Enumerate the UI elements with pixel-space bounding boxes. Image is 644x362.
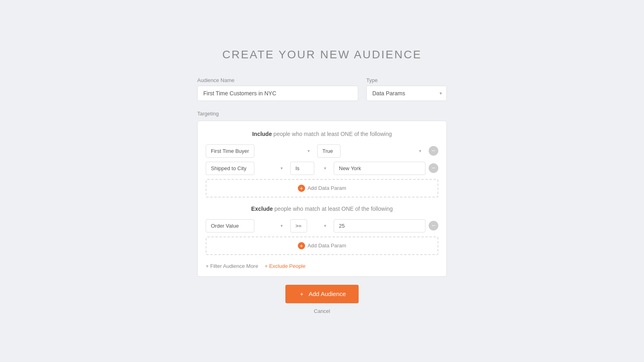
audience-name-input[interactable] bbox=[197, 86, 358, 101]
btn-container: + Add Audience Cancel bbox=[197, 285, 447, 314]
include-row1-minus-icon: − bbox=[431, 148, 435, 154]
add-exclude-param-icon: + bbox=[298, 242, 305, 249]
targeting-box: Include people who match at least ONE of… bbox=[197, 121, 447, 277]
exclude-desc: Exclude people who match at least ONE of… bbox=[206, 206, 438, 212]
include-row-2: Shipped to City First Time Buyer Order V… bbox=[206, 162, 438, 175]
exclude-row-1: Order Value First Time Buyer Shipped to … bbox=[206, 219, 438, 232]
audience-name-label: Audience Name bbox=[197, 77, 358, 83]
add-include-param-label: Add Data Param bbox=[308, 185, 346, 191]
exclude-param1-select[interactable]: Order Value First Time Buyer Shipped to … bbox=[206, 219, 254, 232]
include-value2-input[interactable] bbox=[334, 162, 425, 175]
include-param1-select-wrapper: First Time Buyer Shipped to City Order V… bbox=[206, 144, 314, 158]
include-op1-select-wrapper: True False Is ▾ bbox=[317, 144, 425, 158]
include-param2-select-wrapper: Shipped to City First Time Buyer Order V… bbox=[206, 162, 287, 175]
targeting-label: Targeting bbox=[197, 111, 447, 117]
exclude-op1-select-wrapper: >= <= = ▾ bbox=[290, 219, 330, 232]
include-op2-select[interactable]: Is Is Not >= bbox=[290, 162, 314, 175]
exclude-param1-select-wrapper: Order Value First Time Buyer Shipped to … bbox=[206, 219, 287, 232]
include-param2-chevron-icon: ▾ bbox=[281, 166, 283, 171]
include-op1-select[interactable]: True False Is bbox=[317, 144, 341, 158]
exclude-row1-minus-icon: − bbox=[431, 222, 435, 229]
page-container: CREATE YOUR NEW AUDIENCE Audience Name T… bbox=[0, 0, 644, 362]
add-exclude-param-button[interactable]: + Add Data Param bbox=[206, 237, 438, 255]
add-exclude-param-label: Add Data Param bbox=[308, 243, 346, 249]
section-divider bbox=[206, 197, 438, 206]
exclude-param1-chevron-icon: ▾ bbox=[281, 223, 283, 228]
exclude-value1-input[interactable] bbox=[334, 219, 425, 232]
form-container: Audience Name Type Data Params Segment C… bbox=[197, 77, 447, 314]
exclude-row1-remove-button[interactable]: − bbox=[429, 221, 438, 230]
cancel-button[interactable]: Cancel bbox=[314, 308, 330, 314]
add-audience-icon: + bbox=[298, 290, 305, 298]
type-select[interactable]: Data Params Segment CSV bbox=[366, 86, 447, 101]
exclude-op1-chevron-icon: ▾ bbox=[324, 223, 326, 228]
include-desc: Include people who match at least ONE of… bbox=[206, 131, 438, 137]
filter-audience-more-button[interactable]: + Filter Audience More bbox=[206, 263, 258, 269]
include-op2-chevron-icon: ▾ bbox=[324, 166, 326, 171]
type-label: Type bbox=[366, 77, 447, 83]
exclude-bold: Exclude bbox=[251, 206, 273, 212]
type-select-wrapper: Data Params Segment CSV ▾ bbox=[366, 86, 447, 101]
include-param1-chevron-icon: ▾ bbox=[308, 148, 310, 154]
include-op1-chevron-icon: ▾ bbox=[419, 148, 421, 154]
include-row2-remove-button[interactable]: − bbox=[429, 163, 438, 173]
add-include-param-icon: + bbox=[298, 185, 305, 192]
type-group: Type Data Params Segment CSV ▾ bbox=[366, 77, 447, 101]
include-row-1: First Time Buyer Shipped to City Order V… bbox=[206, 144, 438, 158]
add-audience-button[interactable]: + Add Audience bbox=[285, 285, 359, 303]
exclude-people-button[interactable]: + Exclude People bbox=[264, 263, 305, 269]
include-row2-minus-icon: − bbox=[431, 165, 435, 171]
include-param1-select[interactable]: First Time Buyer Shipped to City Order V… bbox=[206, 144, 254, 158]
include-bold: Include bbox=[252, 131, 272, 137]
footer-links: + Filter Audience More + Exclude People bbox=[206, 261, 438, 269]
add-include-param-button[interactable]: + Add Data Param bbox=[206, 179, 438, 197]
audience-name-group: Audience Name bbox=[197, 77, 358, 101]
exclude-op1-select[interactable]: >= <= = bbox=[290, 219, 307, 232]
name-type-row: Audience Name Type Data Params Segment C… bbox=[197, 77, 447, 101]
add-audience-label: Add Audience bbox=[309, 290, 346, 297]
include-op2-select-wrapper: Is Is Not >= ▾ bbox=[290, 162, 330, 175]
exclude-rest: people who match at least ONE of the fol… bbox=[273, 206, 393, 212]
include-row1-remove-button[interactable]: − bbox=[429, 146, 438, 156]
include-rest: people who match at least ONE of the fol… bbox=[272, 131, 392, 137]
include-param2-select[interactable]: Shipped to City First Time Buyer Order V… bbox=[206, 162, 254, 175]
page-title: CREATE YOUR NEW AUDIENCE bbox=[222, 48, 422, 61]
